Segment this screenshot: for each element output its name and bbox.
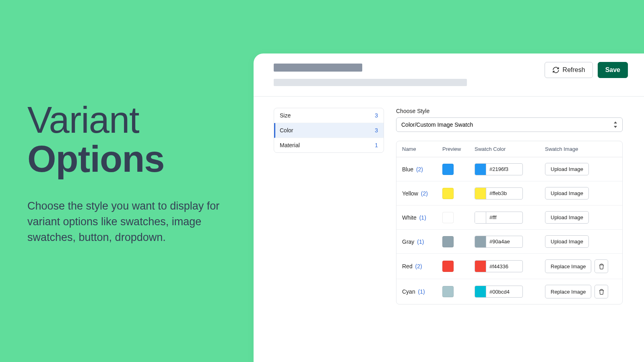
row-name-label: White xyxy=(402,214,417,221)
color-chip xyxy=(475,188,486,199)
color-input[interactable]: #2196f3 xyxy=(475,163,523,175)
color-chip xyxy=(475,261,486,272)
row-name-label: Red xyxy=(402,263,413,269)
sidebar-item-count: 3 xyxy=(375,112,378,119)
row-swatch-color: #00bcd4 xyxy=(475,286,545,298)
upload-image-button[interactable]: Upload Image xyxy=(545,211,589,224)
swatch-preview xyxy=(442,286,454,297)
row-actions: Upload Image xyxy=(545,211,623,224)
color-chip xyxy=(475,286,486,297)
swatch-preview xyxy=(442,261,454,272)
refresh-icon xyxy=(552,66,559,74)
refresh-button[interactable]: Refresh xyxy=(545,62,593,78)
row-preview xyxy=(442,212,475,223)
headline-line1: Variant xyxy=(27,99,139,140)
color-input[interactable]: #00bcd4 xyxy=(475,286,523,298)
row-actions: Replace Image xyxy=(545,285,623,298)
option-type-sidebar: Size3Color3Material1 xyxy=(274,108,384,153)
row-count: (2) xyxy=(415,166,423,173)
row-actions: Upload Image xyxy=(545,163,623,175)
table-row: Red (2)#f44336Replace Image xyxy=(396,254,622,279)
subtitle-placeholder xyxy=(274,79,467,86)
style-label: Choose Style xyxy=(396,108,644,114)
color-input[interactable]: #fff xyxy=(475,212,523,224)
swatch-table: Name Preview Swatch Color Swatch Image B… xyxy=(396,141,623,304)
sidebar-item-color[interactable]: Color3 xyxy=(274,123,384,138)
trash-icon xyxy=(599,263,605,269)
headline-line2: Options xyxy=(27,138,165,179)
panel-body: Size3Color3Material1 Choose Style Color/… xyxy=(254,97,644,304)
header-actions: Refresh Save xyxy=(545,62,628,78)
row-name: White (1) xyxy=(402,214,442,221)
color-chip xyxy=(475,212,486,223)
row-swatch-color: #2196f3 xyxy=(475,163,545,175)
color-chip xyxy=(475,164,486,175)
row-name: Red (2) xyxy=(402,263,442,269)
swatch-preview xyxy=(442,236,454,247)
upload-image-button[interactable]: Upload Image xyxy=(545,235,589,248)
row-preview xyxy=(442,261,475,272)
color-input[interactable]: #90a4ae xyxy=(475,236,523,248)
save-button[interactable]: Save xyxy=(598,62,628,78)
row-swatch-color: #ffeb3b xyxy=(475,187,545,200)
table-header: Name Preview Swatch Color Swatch Image xyxy=(396,141,622,157)
upload-image-button[interactable]: Upload Image xyxy=(545,187,589,200)
color-hex-value: #90a4ae xyxy=(486,236,522,247)
replace-image-button[interactable]: Replace Image xyxy=(545,259,591,273)
sidebar-item-count: 1 xyxy=(375,142,378,148)
color-hex-value: #2196f3 xyxy=(486,164,522,175)
headline: Variant Options xyxy=(27,101,241,178)
swatch-preview xyxy=(442,212,454,223)
table-row: Gray (1)#90a4aeUpload Image xyxy=(396,230,622,254)
color-hex-value: #ffeb3b xyxy=(486,188,522,199)
table-row: White (1)#fffUpload Image xyxy=(396,206,622,230)
row-preview xyxy=(442,286,475,297)
row-name: Cyan (1) xyxy=(402,288,442,295)
color-input[interactable]: #ffeb3b xyxy=(475,187,523,200)
style-select[interactable]: Color/Custom Image Swatch xyxy=(396,117,623,132)
refresh-label: Refresh xyxy=(563,66,585,74)
replace-image-button[interactable]: Replace Image xyxy=(545,285,591,298)
upload-image-button[interactable]: Upload Image xyxy=(545,163,589,175)
chevron-up-down-icon xyxy=(613,121,617,128)
row-preview xyxy=(442,164,475,175)
row-actions: Replace Image xyxy=(545,259,623,273)
row-name-label: Blue xyxy=(402,166,413,173)
sidebar-item-material[interactable]: Material1 xyxy=(274,138,384,152)
row-count: (1) xyxy=(415,239,424,245)
row-name: Yellow (2) xyxy=(402,190,442,197)
headline-subtext: Choose the style you want to display for… xyxy=(27,198,241,245)
swatch-preview xyxy=(442,188,454,199)
sidebar-item-size[interactable]: Size3 xyxy=(274,108,384,123)
delete-image-button[interactable] xyxy=(594,259,608,273)
table-row: Cyan (1)#00bcd4Replace Image xyxy=(396,279,622,304)
row-actions: Upload Image xyxy=(545,235,623,248)
sidebar-item-count: 3 xyxy=(375,127,378,134)
title-placeholder xyxy=(274,64,362,72)
row-name: Blue (2) xyxy=(402,166,442,173)
row-preview xyxy=(442,236,475,247)
col-swatch-image: Swatch Image xyxy=(545,146,623,152)
row-actions: Upload Image xyxy=(545,187,623,200)
sidebar-item-label: Size xyxy=(280,112,291,119)
color-hex-value: #fff xyxy=(486,212,522,223)
table-row: Blue (2)#2196f3Upload Image xyxy=(396,157,622,181)
row-name-label: Cyan xyxy=(402,288,415,295)
style-select-value: Color/Custom Image Swatch xyxy=(401,121,473,128)
color-hex-value: #00bcd4 xyxy=(486,286,522,297)
row-count: (2) xyxy=(419,190,428,197)
trash-icon xyxy=(599,289,605,295)
delete-image-button[interactable] xyxy=(594,285,608,298)
col-swatch-color: Swatch Color xyxy=(475,146,545,152)
col-name: Name xyxy=(402,146,442,152)
marketing-copy: Variant Options Choose the style you wan… xyxy=(27,101,241,246)
row-count: (2) xyxy=(414,263,422,269)
color-input[interactable]: #f44336 xyxy=(475,260,523,272)
row-swatch-color: #f44336 xyxy=(475,260,545,272)
swatch-preview xyxy=(442,164,454,175)
row-swatch-color: #90a4ae xyxy=(475,236,545,248)
row-count: (1) xyxy=(418,214,426,221)
row-name: Gray (1) xyxy=(402,239,442,245)
row-count: (1) xyxy=(417,288,425,295)
col-preview: Preview xyxy=(442,146,475,152)
